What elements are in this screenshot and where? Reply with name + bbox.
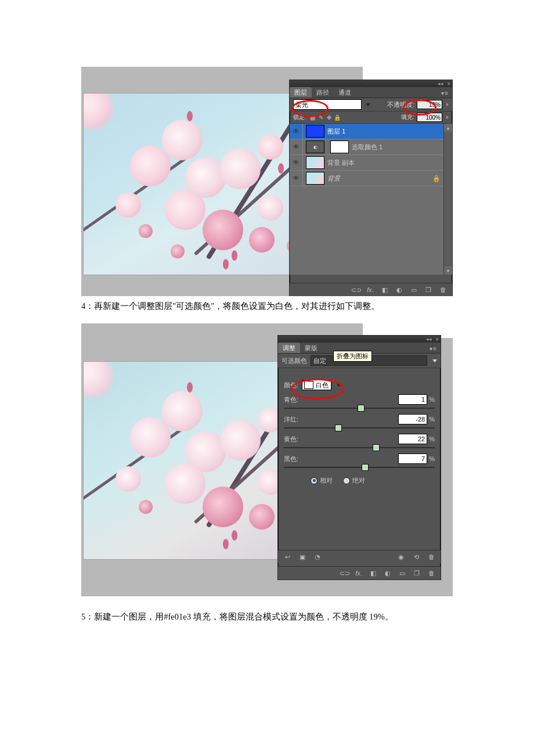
mask-icon[interactable]: ◧ (369, 570, 378, 577)
colors-value: 白色 (316, 381, 329, 390)
blend-mode-select[interactable]: 柔光 (293, 99, 362, 110)
scroll-up-icon[interactable]: ▴ (444, 124, 452, 132)
blend-mode-value: 柔光 (295, 100, 308, 109)
adjustment-layer-icon[interactable]: ◐ (395, 286, 404, 294)
radio-absolute[interactable] (343, 477, 350, 484)
scrollbar[interactable]: ▴ ▾ (443, 124, 452, 275)
opacity-stepper-icon[interactable] (446, 103, 449, 106)
slider-label: 黄色: (284, 435, 298, 444)
percent-label: % (429, 455, 435, 462)
slider-value-input[interactable]: 1 (398, 394, 427, 405)
preset-value: 自定 (313, 357, 326, 365)
collapse-arrow-icon[interactable]: ◂◂ (426, 336, 432, 342)
adjustment-name: 可选颜色 (282, 357, 307, 365)
fill-input[interactable]: 100% (417, 113, 442, 122)
percent-label: % (429, 435, 435, 442)
slider-track[interactable] (284, 405, 435, 411)
tab-layers[interactable]: 图层 (290, 87, 312, 98)
slider-track[interactable] (284, 445, 435, 451)
colors-label: 颜色: (284, 381, 298, 390)
radio-relative[interactable] (311, 477, 317, 484)
tab-masks[interactable]: 蒙版 (300, 343, 322, 353)
expand-icon[interactable]: ▣ (298, 553, 307, 561)
dropdown-icon[interactable] (432, 359, 437, 362)
slider-row: 青色:1% (278, 391, 441, 411)
dropdown-icon[interactable] (366, 103, 370, 106)
slider-label: 青色: (284, 395, 298, 404)
reset-icon[interactable]: ⟲ (412, 553, 421, 561)
panel-menu-icon[interactable]: ▾≡ (426, 344, 441, 353)
opacity-label: 不透明度: (387, 100, 414, 109)
tab-adjustments[interactable]: 调整 (278, 343, 300, 353)
new-layer-icon[interactable]: ❐ (412, 570, 421, 577)
fill-stepper-icon[interactable] (446, 116, 449, 119)
layer-mask-thumb (330, 141, 349, 153)
figure-2: ◂◂× 调整 蒙版 ▾≡ 折叠为图标 可选颜色 自定 颜色: 白色 (81, 323, 453, 596)
lock-icons[interactable]: ▦✎✥🔒 (309, 114, 341, 121)
adjustment-layer-icon[interactable]: ◐ (383, 570, 392, 577)
lock-icon: 🔒 (432, 175, 441, 182)
visibility-icon[interactable]: ◉ (396, 553, 406, 561)
tab-channels[interactable]: 通道 (334, 87, 356, 98)
layer-name: 图层 1 (327, 127, 345, 136)
radio-absolute-label: 绝对 (352, 476, 365, 485)
slider-value-input[interactable]: -28 (398, 414, 427, 424)
swatch-icon (304, 381, 313, 389)
layer-row[interactable]: 👁 图层 1 (290, 124, 452, 139)
fx-icon[interactable]: fx. (366, 286, 375, 293)
slider-value-input[interactable]: 7 (398, 453, 427, 464)
close-icon[interactable]: × (447, 81, 450, 87)
slider-knob[interactable] (362, 464, 369, 471)
colors-select[interactable]: 白色 (302, 380, 331, 390)
slider-track[interactable] (284, 425, 435, 431)
trash-icon[interactable]: 🗑 (427, 553, 436, 560)
link-icon[interactable]: ⊂⊃ (351, 286, 360, 294)
group-icon[interactable]: ▭ (398, 570, 407, 577)
link-icon[interactable]: ⊂⊃ (340, 570, 349, 577)
layer-thumb (306, 156, 324, 169)
slider-knob[interactable] (358, 405, 365, 412)
layer-row[interactable]: 👁 背景 🔒 (290, 171, 452, 186)
figure-1: ◂◂× 图层 路径 通道 ▾≡ 柔光 不透明度: 19% 锁定: ▦✎✥🔒 填充… (81, 67, 453, 296)
adjustments-panel: ◂◂× 调整 蒙版 ▾≡ 折叠为图标 可选颜色 自定 颜色: 白色 (277, 335, 441, 580)
radio-relative-label: 相对 (320, 476, 333, 485)
trash-icon[interactable]: 🗑 (438, 286, 448, 293)
percent-label: % (429, 416, 435, 423)
scroll-down-icon[interactable]: ▾ (444, 267, 452, 275)
layer-thumb (306, 172, 324, 185)
adjustments-toolbar: ↩ ▣ ◔ ◉ ⟲ 🗑 (278, 550, 441, 563)
close-icon[interactable]: × (435, 336, 439, 343)
collapse-arrow-icon[interactable]: ◂◂ (438, 81, 443, 87)
return-icon[interactable]: ↩ (283, 553, 292, 561)
slider-row: 黑色:7% (278, 451, 441, 470)
mask-icon[interactable]: ◧ (380, 286, 389, 294)
visibility-icon[interactable]: 👁 (290, 139, 303, 154)
slider-knob[interactable] (373, 444, 380, 451)
fill-label: 填充: (401, 113, 414, 121)
new-layer-icon[interactable]: ❐ (424, 286, 433, 294)
clip-icon[interactable]: ◔ (313, 553, 322, 561)
fx-icon[interactable]: fx. (354, 570, 363, 577)
dropdown-icon[interactable] (337, 384, 341, 387)
layer-name: 背景 (327, 174, 340, 183)
layers-panel: ◂◂× 图层 路径 通道 ▾≡ 柔光 不透明度: 19% 锁定: ▦✎✥🔒 填充… (289, 80, 453, 296)
slider-knob[interactable] (335, 424, 342, 431)
layer-thumb (306, 125, 324, 138)
visibility-icon[interactable]: 👁 (290, 124, 303, 139)
opacity-input[interactable]: 19% (417, 100, 442, 109)
visibility-icon[interactable]: 👁 (290, 171, 303, 186)
slider-row: 黄色:22% (278, 431, 441, 451)
panel-menu-icon[interactable]: ▾≡ (438, 89, 452, 98)
slider-row: 洋红:-28% (278, 411, 441, 431)
tab-paths[interactable]: 路径 (312, 87, 334, 98)
layer-name: 背景 副本 (327, 159, 355, 167)
layer-row[interactable]: 👁 背景 副本 (290, 155, 452, 171)
layer-row[interactable]: 👁 ◐ 选取颜色 1 (290, 139, 452, 155)
layers-list: 👁 图层 1 👁 ◐ 选取颜色 1 👁 背景 副本 👁 背景 🔒 (290, 124, 452, 275)
slider-track[interactable] (284, 465, 435, 470)
trash-icon[interactable]: 🗑 (427, 570, 436, 577)
layer-name: 选取颜色 1 (352, 143, 383, 152)
visibility-icon[interactable]: 👁 (290, 155, 303, 170)
slider-value-input[interactable]: 22 (398, 434, 427, 444)
group-icon[interactable]: ▭ (409, 286, 418, 294)
